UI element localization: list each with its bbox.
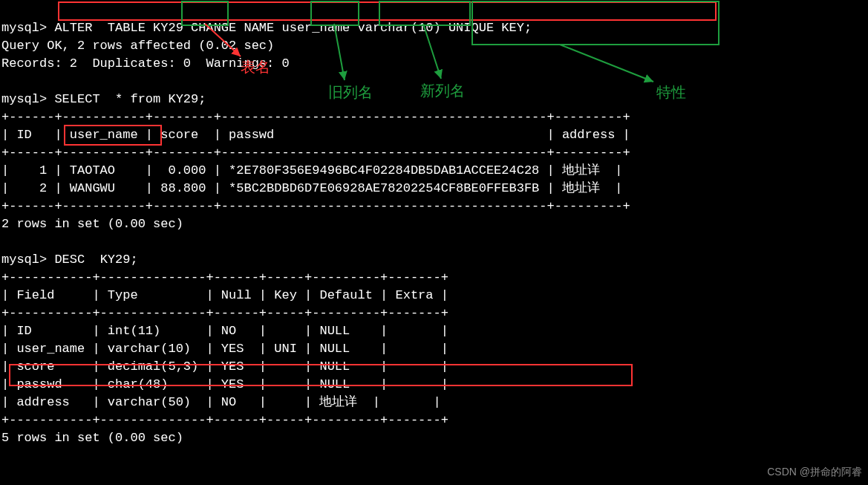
table-border: +-----------+--------------+------+-----… bbox=[1, 306, 448, 320]
table-row: | user_name | varchar(10) | YES | UNI | … bbox=[1, 342, 448, 356]
label-feature: 特性 bbox=[656, 83, 686, 101]
terminal-output: mysql> ALTER TABLE KY29 CHANGE NAME user… bbox=[1, 1, 630, 447]
table-row: | passwd | char(48) | YES | | NULL | | bbox=[1, 377, 448, 391]
prompt: mysql> bbox=[1, 92, 47, 106]
table-border: +-----------+--------------+------+-----… bbox=[1, 413, 448, 427]
table-row: | ID | int(11) | NO | | NULL | | bbox=[1, 324, 448, 338]
label-new-col: 新列名 bbox=[420, 82, 465, 100]
result-footer: 5 rows in set (0.00 sec) bbox=[1, 431, 183, 445]
table-border: +------+-----------+--------+-----------… bbox=[1, 110, 630, 124]
label-table-name: 表名 bbox=[241, 58, 270, 76]
table-row: | 1 | TAOTAO | 0.000 | *2E780F356E9496BC… bbox=[1, 163, 623, 178]
sql-alter: ALTER TABLE KY29 CHANGE NAME user_name v… bbox=[54, 21, 532, 35]
table-row: | score | decimal(5,3) | YES | | NULL | … bbox=[1, 359, 448, 374]
sql-desc: DESC KY29; bbox=[54, 253, 137, 267]
prompt: mysql> bbox=[1, 21, 47, 35]
table-header: | Field | Type | Null | Key | Default | … bbox=[1, 288, 448, 302]
label-old-col: 旧列名 bbox=[328, 83, 373, 101]
table-border: +-----------+--------------+------+-----… bbox=[1, 270, 448, 284]
table-header: | ID | user_name | score | passwd | addr… bbox=[1, 128, 630, 142]
prompt: mysql> bbox=[1, 253, 47, 267]
query-ok: Query OK, 2 rows affected (0.02 sec) bbox=[1, 39, 274, 53]
result-footer: 2 rows in set (0.00 sec) bbox=[1, 217, 183, 231]
table-row: | 2 | WANGWU | 88.800 | *5BC2BDBD6D7E069… bbox=[1, 181, 623, 195]
table-row: | address | varchar(50) | NO | | 地址详 | | bbox=[1, 395, 441, 409]
sql-select: SELECT * from KY29; bbox=[54, 92, 206, 106]
table-border: +------+-----------+--------+-----------… bbox=[1, 146, 630, 160]
watermark: CSDN @拼命的阿睿 bbox=[767, 463, 862, 481]
table-border: +------+-----------+--------+-----------… bbox=[1, 199, 630, 213]
